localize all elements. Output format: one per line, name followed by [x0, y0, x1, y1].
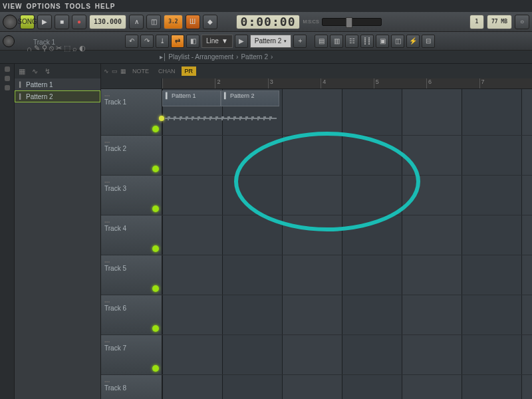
track-header[interactable]: •••Track 7	[101, 335, 162, 374]
timecode-display[interactable]: 0:00:00	[236, 15, 301, 29]
master-volume-knob[interactable]: ○	[515, 15, 529, 29]
redo-button[interactable]: ↷	[140, 35, 154, 48]
track-header[interactable]: •••Track 2	[101, 136, 162, 175]
tempo-display[interactable]: 130.000	[89, 15, 126, 29]
picker-pattern-item[interactable]: ▍Pattern 1	[15, 78, 100, 90]
playlist-track: •••Track 1▍Pattern 1▍Pattern 2	[101, 89, 532, 136]
track-label: Track 7	[104, 344, 126, 352]
tracks-area[interactable]: •••Track 1▍Pattern 1▍Pattern 2•••Track 2…	[101, 89, 532, 399]
rail-item[interactable]	[5, 76, 10, 81]
playlist-window-button[interactable]: ▤	[315, 35, 328, 48]
track-mute-button[interactable]	[152, 166, 159, 172]
track-lane[interactable]	[162, 136, 532, 175]
tab-note[interactable]: NOTE	[129, 66, 152, 76]
track-lane[interactable]	[162, 375, 532, 399]
pan-icon[interactable]: ◐	[79, 44, 86, 53]
record-button[interactable]: ●	[72, 15, 86, 29]
track-lane[interactable]	[162, 255, 532, 295]
add-button[interactable]: +	[293, 35, 307, 48]
pr-icon[interactable]: ▦	[120, 68, 126, 74]
grid-icon[interactable]: ▦	[19, 67, 25, 76]
picker-pattern-item[interactable]: ▍Pattern 2	[15, 90, 100, 102]
step-icon[interactable]: ▭	[112, 68, 118, 74]
master-pitch-button[interactable]: ◆	[203, 15, 217, 29]
track-lane[interactable]	[162, 215, 532, 255]
metronome-button[interactable]: ∧	[129, 15, 144, 29]
song-position-slider[interactable]	[322, 18, 382, 26]
breadcrumb-pattern[interactable]: Pattern 2	[241, 53, 268, 61]
midi-button[interactable]: ◧	[186, 35, 200, 48]
menubar: VIEW OPTIONS TOOLS HELP	[0, 0, 532, 12]
menu-help[interactable]: HELP	[95, 3, 116, 10]
magnet-icon[interactable]: ∩	[27, 45, 32, 53]
browser-collapsed-rail[interactable]	[0, 64, 15, 399]
snap-toggle[interactable]: ▶	[235, 35, 248, 48]
mixer-window-button[interactable]: ┋┋	[360, 35, 374, 48]
automation-clip[interactable]	[162, 110, 279, 130]
chevron-down-icon: ▼	[221, 37, 228, 45]
playlist-track: •••Track 3	[101, 176, 532, 215]
save-button[interactable]: ⤓	[156, 35, 169, 48]
clip-icon: ▍	[224, 92, 229, 99]
tab-chan[interactable]: CHAN	[155, 66, 179, 76]
automation-icon[interactable]: ↯	[45, 67, 51, 76]
track-header[interactable]: •••Track 3	[101, 176, 162, 215]
track-mute-button[interactable]	[152, 325, 159, 332]
cpu-meter: 1	[469, 15, 484, 29]
track-header[interactable]: •••Track 1	[101, 89, 162, 135]
chevron-right-icon: ›	[271, 53, 273, 61]
close-panels-button[interactable]: ⊟	[422, 35, 435, 48]
select-icon[interactable]: ⬚	[64, 44, 70, 53]
wave-icon[interactable]: ∿	[104, 68, 109, 74]
playlist-track: •••Track 2	[101, 136, 532, 176]
menu-view[interactable]: VIEW	[3, 3, 23, 10]
track-mute-button[interactable]	[152, 205, 159, 212]
track-lane[interactable]	[162, 335, 532, 374]
track-header[interactable]: •••Track 6	[101, 295, 162, 334]
play-button[interactable]: ▶	[37, 15, 52, 29]
settings-button[interactable]: ◫	[391, 35, 404, 48]
pianoroll-window-button[interactable]: ▥	[330, 35, 343, 48]
track-header[interactable]: •••Track 8	[101, 375, 162, 399]
undo-button[interactable]: ↶	[125, 35, 138, 48]
audio-icon[interactable]: ∿	[32, 67, 38, 76]
playback-icon[interactable]: ▸│	[160, 53, 167, 61]
rail-item[interactable]	[5, 85, 10, 90]
song-mode-button[interactable]: SONG	[20, 15, 35, 29]
beat-display[interactable]: 3.2	[164, 15, 182, 29]
stop-button[interactable]: ■	[55, 15, 69, 29]
slice-icon[interactable]: ✂	[56, 44, 62, 53]
track-lane[interactable]: ▍Pattern 1▍Pattern 2	[162, 89, 532, 135]
rail-item[interactable]	[5, 66, 10, 72]
snap-dropdown[interactable]: Line ▼	[201, 35, 233, 48]
tab-pr[interactable]: PR	[182, 66, 197, 76]
pattern-selector[interactable]: Pattern 2 ▾	[250, 35, 292, 48]
track-label: Track 1	[104, 98, 126, 106]
ruler-bar: 6	[426, 78, 479, 88]
timeline-ruler[interactable]: 2 3 4 5 6 7	[101, 78, 532, 89]
menu-tools[interactable]: TOOLS	[65, 3, 91, 10]
track-lane[interactable]	[162, 176, 532, 215]
link-button[interactable]: ⇄	[171, 35, 184, 48]
zoom-icon[interactable]: ⌕	[72, 45, 77, 53]
pattern-clip[interactable]: ▍Pattern 2	[221, 90, 279, 106]
track-mute-button[interactable]	[152, 365, 159, 372]
track-mute-button[interactable]	[152, 285, 159, 292]
pattern-clip[interactable]: ▍Pattern 1	[162, 90, 221, 106]
track-lane[interactable]	[162, 295, 532, 334]
track-mute-button[interactable]	[152, 245, 159, 252]
countdown-button[interactable]: ◫	[146, 15, 161, 29]
channel-rack-button[interactable]: ☷	[345, 35, 358, 48]
plugin-button[interactable]: ⚡	[406, 35, 420, 48]
track-header[interactable]: •••Track 5	[101, 255, 162, 295]
playlist-track: •••Track 8	[101, 375, 532, 399]
automation-node[interactable]	[159, 116, 164, 121]
browser-button[interactable]: ▣	[376, 35, 389, 48]
chevron-right-icon: ›	[236, 53, 238, 61]
menu-options[interactable]: OPTIONS	[27, 3, 61, 10]
track-header[interactable]: •••Track 4	[101, 215, 162, 255]
track-mute-button[interactable]	[152, 126, 159, 132]
hint-knob[interactable]	[3, 15, 17, 29]
step-edit-button[interactable]: Ш	[186, 15, 200, 29]
track-knob[interactable]	[3, 35, 15, 47]
